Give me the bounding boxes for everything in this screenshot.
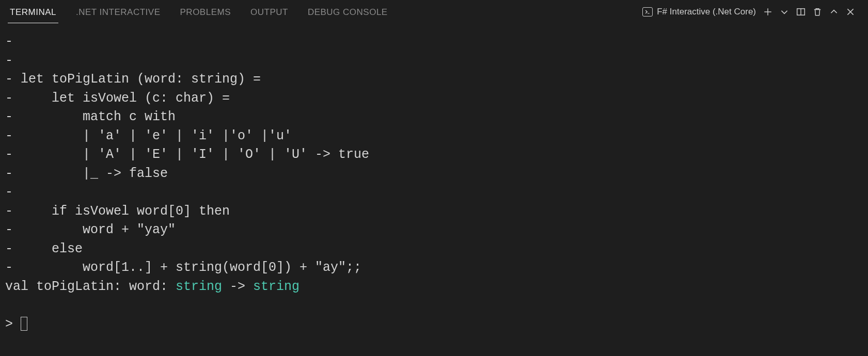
- terminal-type-label: F# Interactive (.Net Core): [657, 7, 756, 17]
- panel-tabs: TERMINAL .NET INTERACTIVE PROBLEMS OUTPU…: [8, 4, 390, 23]
- terminal-line: - let isVowel (c: char) =: [5, 91, 230, 106]
- terminal-prompt: >: [5, 317, 21, 332]
- terminal-line: - else: [5, 241, 83, 256]
- terminal-line: - | 'a' | 'e' | 'i' |'o' |'u': [5, 128, 292, 143]
- terminal-line: - match c with: [5, 109, 176, 124]
- type-keyword: string: [253, 279, 299, 294]
- terminal-icon: [642, 7, 653, 17]
- kill-terminal-button[interactable]: [813, 7, 822, 17]
- terminal-line: - |_ -> false: [5, 166, 168, 181]
- terminal-line: - if isVowel word[0] then: [5, 204, 230, 219]
- terminal-panel: TERMINAL .NET INTERACTIVE PROBLEMS OUTPU…: [0, 0, 868, 356]
- close-panel-button[interactable]: [846, 7, 855, 17]
- terminal-line: - let toPigLatin (word: string) =: [5, 72, 261, 87]
- tab-dotnet-interactive[interactable]: .NET INTERACTIVE: [74, 4, 163, 23]
- terminal-type-selector[interactable]: F# Interactive (.Net Core): [642, 7, 756, 17]
- panel-toolbar: F# Interactive (.Net Core): [642, 7, 860, 21]
- terminal-line: -: [5, 185, 21, 200]
- terminal-line: -: [5, 34, 21, 49]
- tab-debug-console[interactable]: DEBUG CONSOLE: [306, 4, 390, 23]
- terminal-output[interactable]: - - - let toPigLatin (word: string) = - …: [0, 23, 868, 339]
- terminal-dropdown-button[interactable]: [780, 7, 789, 17]
- terminal-cursor: [21, 317, 27, 331]
- tab-problems[interactable]: PROBLEMS: [178, 4, 233, 23]
- terminal-line: - word[1..] + string(word[0]) + "ay";;: [5, 260, 361, 275]
- type-keyword: string: [176, 279, 222, 294]
- terminal-val-line: val toPigLatin: word: string -> string: [5, 279, 299, 294]
- panel-tab-bar: TERMINAL .NET INTERACTIVE PROBLEMS OUTPU…: [0, 0, 868, 23]
- maximize-panel-button[interactable]: [829, 7, 839, 17]
- tab-terminal[interactable]: TERMINAL: [8, 4, 58, 23]
- terminal-line: - word + "yay": [5, 222, 176, 237]
- tab-output[interactable]: OUTPUT: [248, 4, 290, 23]
- new-terminal-button[interactable]: [763, 7, 772, 17]
- terminal-line: -: [5, 53, 21, 68]
- terminal-line: - | 'A' | 'E' | 'I' | 'O' | 'U' -> true: [5, 147, 369, 162]
- split-terminal-button[interactable]: [796, 7, 806, 17]
